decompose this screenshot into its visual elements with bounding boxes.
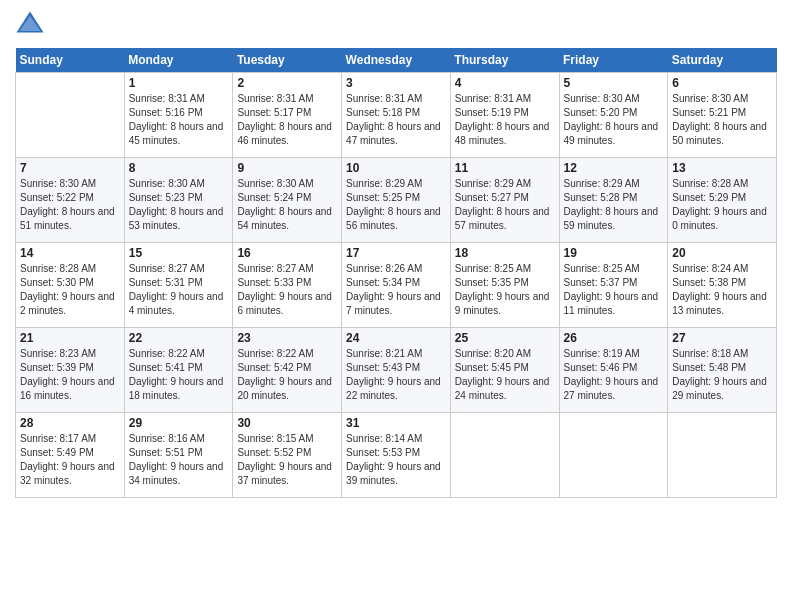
day-number: 27 (672, 331, 772, 345)
sunrise-text: Sunrise: 8:15 AM (237, 432, 337, 446)
header-day: Tuesday (233, 48, 342, 73)
day-cell: 2Sunrise: 8:31 AMSunset: 5:17 PMDaylight… (233, 73, 342, 158)
sunset-text: Sunset: 5:16 PM (129, 106, 229, 120)
header-day: Monday (124, 48, 233, 73)
sunset-text: Sunset: 5:43 PM (346, 361, 446, 375)
day-number: 2 (237, 76, 337, 90)
daylight-text: Daylight: 9 hours and 0 minutes. (672, 205, 772, 233)
cell-content: Sunrise: 8:30 AMSunset: 5:22 PMDaylight:… (20, 177, 120, 233)
day-cell: 13Sunrise: 8:28 AMSunset: 5:29 PMDayligh… (668, 158, 777, 243)
day-cell: 15Sunrise: 8:27 AMSunset: 5:31 PMDayligh… (124, 243, 233, 328)
day-cell (450, 413, 559, 498)
day-number: 23 (237, 331, 337, 345)
day-cell: 16Sunrise: 8:27 AMSunset: 5:33 PMDayligh… (233, 243, 342, 328)
sunset-text: Sunset: 5:41 PM (129, 361, 229, 375)
logo-icon (15, 10, 45, 40)
cell-content: Sunrise: 8:31 AMSunset: 5:19 PMDaylight:… (455, 92, 555, 148)
day-number: 24 (346, 331, 446, 345)
sunset-text: Sunset: 5:35 PM (455, 276, 555, 290)
day-cell: 27Sunrise: 8:18 AMSunset: 5:48 PMDayligh… (668, 328, 777, 413)
cell-content: Sunrise: 8:18 AMSunset: 5:48 PMDaylight:… (672, 347, 772, 403)
sunrise-text: Sunrise: 8:30 AM (237, 177, 337, 191)
daylight-text: Daylight: 9 hours and 34 minutes. (129, 460, 229, 488)
sunrise-text: Sunrise: 8:31 AM (129, 92, 229, 106)
sunrise-text: Sunrise: 8:30 AM (564, 92, 664, 106)
daylight-text: Daylight: 8 hours and 57 minutes. (455, 205, 555, 233)
sunset-text: Sunset: 5:52 PM (237, 446, 337, 460)
day-number: 29 (129, 416, 229, 430)
sunset-text: Sunset: 5:33 PM (237, 276, 337, 290)
daylight-text: Daylight: 8 hours and 59 minutes. (564, 205, 664, 233)
week-row: 21Sunrise: 8:23 AMSunset: 5:39 PMDayligh… (16, 328, 777, 413)
sunrise-text: Sunrise: 8:31 AM (455, 92, 555, 106)
daylight-text: Daylight: 9 hours and 37 minutes. (237, 460, 337, 488)
sunrise-text: Sunrise: 8:20 AM (455, 347, 555, 361)
sunset-text: Sunset: 5:48 PM (672, 361, 772, 375)
sunrise-text: Sunrise: 8:27 AM (129, 262, 229, 276)
day-cell: 19Sunrise: 8:25 AMSunset: 5:37 PMDayligh… (559, 243, 668, 328)
sunset-text: Sunset: 5:31 PM (129, 276, 229, 290)
daylight-text: Daylight: 8 hours and 53 minutes. (129, 205, 229, 233)
header-day: Sunday (16, 48, 125, 73)
sunset-text: Sunset: 5:25 PM (346, 191, 446, 205)
day-number: 15 (129, 246, 229, 260)
day-cell: 22Sunrise: 8:22 AMSunset: 5:41 PMDayligh… (124, 328, 233, 413)
sunrise-text: Sunrise: 8:31 AM (237, 92, 337, 106)
day-number: 12 (564, 161, 664, 175)
cell-content: Sunrise: 8:21 AMSunset: 5:43 PMDaylight:… (346, 347, 446, 403)
daylight-text: Daylight: 9 hours and 27 minutes. (564, 375, 664, 403)
cell-content: Sunrise: 8:14 AMSunset: 5:53 PMDaylight:… (346, 432, 446, 488)
daylight-text: Daylight: 8 hours and 51 minutes. (20, 205, 120, 233)
sunrise-text: Sunrise: 8:22 AM (237, 347, 337, 361)
day-number: 11 (455, 161, 555, 175)
day-number: 16 (237, 246, 337, 260)
day-number: 21 (20, 331, 120, 345)
cell-content: Sunrise: 8:27 AMSunset: 5:33 PMDaylight:… (237, 262, 337, 318)
cell-content: Sunrise: 8:29 AMSunset: 5:25 PMDaylight:… (346, 177, 446, 233)
logo (15, 10, 49, 40)
day-number: 30 (237, 416, 337, 430)
day-number: 14 (20, 246, 120, 260)
sunset-text: Sunset: 5:24 PM (237, 191, 337, 205)
cell-content: Sunrise: 8:22 AMSunset: 5:42 PMDaylight:… (237, 347, 337, 403)
cell-content: Sunrise: 8:25 AMSunset: 5:35 PMDaylight:… (455, 262, 555, 318)
day-cell: 10Sunrise: 8:29 AMSunset: 5:25 PMDayligh… (342, 158, 451, 243)
sunrise-text: Sunrise: 8:14 AM (346, 432, 446, 446)
sunrise-text: Sunrise: 8:29 AM (346, 177, 446, 191)
day-number: 4 (455, 76, 555, 90)
day-cell: 25Sunrise: 8:20 AMSunset: 5:45 PMDayligh… (450, 328, 559, 413)
daylight-text: Daylight: 9 hours and 13 minutes. (672, 290, 772, 318)
sunset-text: Sunset: 5:27 PM (455, 191, 555, 205)
daylight-text: Daylight: 9 hours and 6 minutes. (237, 290, 337, 318)
day-number: 31 (346, 416, 446, 430)
cell-content: Sunrise: 8:27 AMSunset: 5:31 PMDaylight:… (129, 262, 229, 318)
day-number: 20 (672, 246, 772, 260)
sunset-text: Sunset: 5:45 PM (455, 361, 555, 375)
daylight-text: Daylight: 8 hours and 56 minutes. (346, 205, 446, 233)
sunrise-text: Sunrise: 8:18 AM (672, 347, 772, 361)
week-row: 7Sunrise: 8:30 AMSunset: 5:22 PMDaylight… (16, 158, 777, 243)
day-number: 26 (564, 331, 664, 345)
day-cell: 11Sunrise: 8:29 AMSunset: 5:27 PMDayligh… (450, 158, 559, 243)
day-cell (668, 413, 777, 498)
sunrise-text: Sunrise: 8:30 AM (672, 92, 772, 106)
day-cell: 20Sunrise: 8:24 AMSunset: 5:38 PMDayligh… (668, 243, 777, 328)
day-cell: 12Sunrise: 8:29 AMSunset: 5:28 PMDayligh… (559, 158, 668, 243)
day-cell: 23Sunrise: 8:22 AMSunset: 5:42 PMDayligh… (233, 328, 342, 413)
day-cell: 28Sunrise: 8:17 AMSunset: 5:49 PMDayligh… (16, 413, 125, 498)
cell-content: Sunrise: 8:29 AMSunset: 5:27 PMDaylight:… (455, 177, 555, 233)
day-number: 10 (346, 161, 446, 175)
day-cell: 9Sunrise: 8:30 AMSunset: 5:24 PMDaylight… (233, 158, 342, 243)
day-cell: 30Sunrise: 8:15 AMSunset: 5:52 PMDayligh… (233, 413, 342, 498)
sunset-text: Sunset: 5:29 PM (672, 191, 772, 205)
sunrise-text: Sunrise: 8:24 AM (672, 262, 772, 276)
day-cell: 17Sunrise: 8:26 AMSunset: 5:34 PMDayligh… (342, 243, 451, 328)
daylight-text: Daylight: 9 hours and 18 minutes. (129, 375, 229, 403)
day-number: 22 (129, 331, 229, 345)
day-cell: 14Sunrise: 8:28 AMSunset: 5:30 PMDayligh… (16, 243, 125, 328)
daylight-text: Daylight: 9 hours and 39 minutes. (346, 460, 446, 488)
sunset-text: Sunset: 5:49 PM (20, 446, 120, 460)
day-cell: 26Sunrise: 8:19 AMSunset: 5:46 PMDayligh… (559, 328, 668, 413)
calendar-table: SundayMondayTuesdayWednesdayThursdayFrid… (15, 48, 777, 498)
sunset-text: Sunset: 5:18 PM (346, 106, 446, 120)
